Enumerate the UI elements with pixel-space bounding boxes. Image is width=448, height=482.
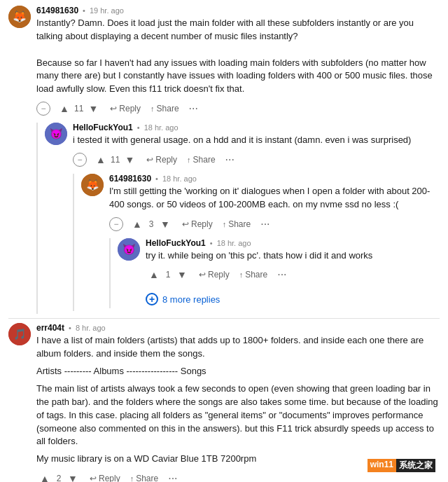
comment-1-downvote[interactable]: ▼ [85,100,102,117]
avatar-614981630-2: 🦊 [81,174,104,196]
avatar-614981630: 🦊 [8,6,31,28]
level3-reply-1-row: 😈 HelloFuckYou1 • 18 hr. ago try [118,238,440,285]
divider-1 [8,318,440,319]
comment-2-text1: I have a list of main folders (artists) … [36,334,440,361]
comment-1-reply-1-reply-1-share-btn[interactable]: ↑ Share [218,217,255,231]
comment-1-reply-1-reply-1: 🦊 614981630 • 18 hr. ago I'm still getti… [81,174,440,309]
comment-1-reply-1-row: 😈 HelloFuckYou1 • 18 hr. ago i tested it… [45,123,440,170]
comment-1-reply-1-time: 18 hr. ago [144,123,178,132]
comment-1-votes: ▲ 11 ▼ [56,100,102,117]
watermark: win11 系统之家 [362,456,441,475]
comment-2-votes: ▲ 2 ▼ [36,470,81,482]
more-replies-btn[interactable]: + 8 more replies [146,290,440,308]
comment-1-reply-1-reply-1-time: 18 hr. ago [162,174,197,183]
comment-1-reply-1-reply-1-collapse[interactable]: − [109,217,123,231]
level3-replies: 😈 HelloFuckYou1 • 18 hr. ago try [109,238,440,309]
comments-section: 🦊 614981630 • 19 hr. ago Instantly? Damn… [0,0,448,482]
comment-1-text: Instantly? Damn. Does it load just the m… [36,17,440,96]
level3-reply-1-vote-count: 1 [164,270,172,280]
comment-1-reply-1-reply-1-upvote[interactable]: ▲ [129,216,146,233]
comment-1-collapse-btn[interactable]: − [36,102,50,116]
logo-box: win11 系统之家 [368,459,435,472]
share-icon-1: ↑ [150,104,155,113]
comment-1-meta: 614981630 • 19 hr. ago [36,6,440,15]
comment-1-reply-1-reply-1-content: 614981630 • 18 hr. ago I'm still getting… [109,174,440,234]
comment-1-actions: − ▲ 11 ▼ ↩ Reply ↑ Share ··· [36,100,440,117]
level3-reply-1-share-btn[interactable]: ↑ Share [235,268,272,282]
comment-1-timestamp: 19 hr. ago [90,6,124,15]
comment-1-reply-1-reply-1-more-btn[interactable]: ··· [256,216,274,232]
comment-2-author: err404t [36,323,64,333]
comment-1-reply-1-text: i tested it with general usage. on a hdd… [73,134,440,147]
svg-text:😈: 😈 [50,128,63,140]
comment-1-reply-1-reply-1-text: I'm still getting the 'working on it' di… [109,185,440,212]
comment-2-meta: err404t • 8 hr. ago [36,323,440,333]
comment-1-row: 🦊 614981630 • 19 hr. ago Instantly? Damn… [8,6,440,118]
comment-1-reply-1-share-btn[interactable]: ↑ Share [183,153,220,167]
level3-reply-1-upvote[interactable]: ▲ [146,266,162,283]
reply-icon-2: ↩ [146,155,153,165]
comment-2-more-btn[interactable]: ··· [164,471,181,482]
comment-1-reply-1-replies: 🦊 614981630 • 18 hr. ago I'm still getti… [73,174,440,312]
reply-icon-5: ↩ [90,474,97,482]
comment-1-author: 614981630 [36,6,78,15]
more-replies-label: 8 more replies [162,294,220,305]
comment-1-reply-1-reply-1-actions: − ▲ 3 ▼ ↩ Reply [109,216,440,233]
comment-1-reply-btn[interactable]: ↩ Reply [106,102,145,116]
comment-1: 🦊 614981630 • 19 hr. ago Instantly? Damn… [8,6,440,314]
svg-text:🎵: 🎵 [13,328,27,340]
svg-text:🦊: 🦊 [13,10,27,23]
comment-1-reply-1-upvote[interactable]: ▲ [92,151,109,168]
comment-1-reply-1-reply-1-row: 🦊 614981630 • 18 hr. ago I'm still getti… [81,174,440,234]
svg-text:🦊: 🦊 [86,179,99,191]
level3-reply-1-meta: HelloFuckYou1 • 18 hr. ago [146,238,440,248]
comment-1-reply-1-author: HelloFuckYou1 [73,123,133,132]
comment-1-reply-1-reply-1-votes: ▲ 3 ▼ [129,216,174,233]
comment-1-reply-1-collapse-btn[interactable]: − [73,153,87,167]
share-icon-3: ↑ [223,220,227,228]
comment-1-reply-1-reply-1-reply-btn[interactable]: ↩ Reply [178,217,217,231]
comment-1-upvote[interactable]: ▲ [56,100,73,117]
comment-1-reply-1-reply-1-author: 614981630 [109,174,151,184]
level3-reply-1-downvote[interactable]: ▼ [174,266,190,283]
comment-2-upvote[interactable]: ▲ [36,470,53,482]
comment-1-reply-1-vote-count: 11 [111,155,120,165]
logo-part1: win11 [368,459,396,472]
level3-reply-1-reply-btn[interactable]: ↩ Reply [195,268,234,282]
avatar-hellofuckyou1-1: 😈 [45,123,67,145]
comment-1-reply-1-votes: ▲ 11 ▼ [92,151,138,168]
comment-1-replies: 😈 HelloFuckYou1 • 18 hr. ago i tested it… [36,123,440,314]
avatar-hellofuckyou1-2: 😈 [118,238,140,261]
comment-1-vote-count: 11 [74,104,83,113]
logo-part2: 系统之家 [396,459,435,472]
comment-2-text2: Artists --------- Albums ---------------… [36,365,440,378]
level3-reply-1-more-btn[interactable]: ··· [273,267,290,282]
share-icon-5: ↑ [130,474,134,482]
comment-1-share-btn[interactable]: ↑ Share [146,102,183,116]
comment-1-reply-1-actions: − ▲ 11 ▼ ↩ Reply ↑ [73,151,440,168]
level3-reply-1-content: HelloFuckYou1 • 18 hr. ago try it. while… [146,238,440,285]
comment-1-time: • [83,6,85,15]
comment-1-reply-1: 😈 HelloFuckYou1 • 18 hr. ago i tested it… [45,123,440,311]
comment-1-reply-1-more-btn[interactable]: ··· [221,152,239,167]
comment-1-reply-1-content: HelloFuckYou1 • 18 hr. ago i tested it w… [73,123,440,170]
avatar-err404t: 🎵 [8,323,31,345]
comment-1-reply-1-reply-btn[interactable]: ↩ Reply [142,153,181,167]
reply-icon-1: ↩ [110,104,117,113]
svg-text:😈: 😈 [122,243,136,256]
comment-2-reply-btn[interactable]: ↩ Reply [85,471,125,482]
level3-reply-1-time: 18 hr. ago [217,239,251,247]
comment-1-reply-1-reply-1-vote-count: 3 [147,219,155,229]
reply-icon-4: ↩ [199,270,206,280]
comment-1-reply-1-downvote[interactable]: ▼ [121,151,138,168]
comment-1-reply-1-reply-1-meta: 614981630 • 18 hr. ago [109,174,440,184]
comment-1-reply-1-reply-1-downvote[interactable]: ▼ [157,216,174,233]
comment-1-content: 614981630 • 19 hr. ago Instantly? Damn. … [36,6,440,118]
watermark-logo: win11 系统之家 [368,459,435,472]
level3-reply-1-actions: ▲ 1 ▼ ↩ Reply [146,266,440,283]
more-replies-icon: + [146,293,158,305]
comment-2-share-btn[interactable]: ↑ Share [126,471,163,482]
comment-2-vote-count: 2 [55,474,63,482]
comment-1-more-btn[interactable]: ··· [185,101,202,116]
comment-2-downvote[interactable]: ▼ [64,470,81,482]
